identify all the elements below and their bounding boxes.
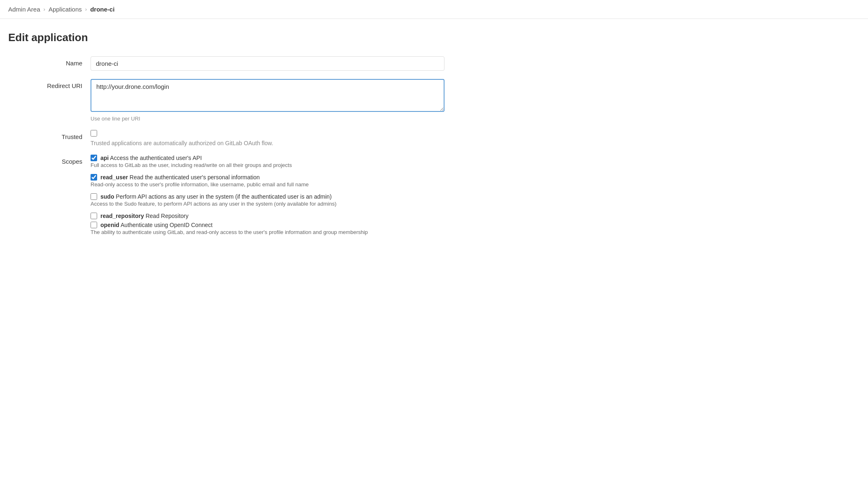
scope-label-sudo[interactable]: sudo Perform API actions as any user in … — [100, 193, 332, 200]
scope-label-row: openid Authenticate using OpenID Connect — [91, 222, 444, 228]
trusted-row: Trusted Trusted applications are automat… — [8, 130, 444, 146]
scope-description: Read Repository — [146, 213, 188, 219]
scope-name: read_repository — [100, 213, 144, 219]
redirect-uri-input[interactable]: http://your.drone.com/login — [91, 79, 444, 112]
scope-checkbox-read_user[interactable] — [91, 174, 97, 181]
scope-item: openid Authenticate using OpenID Connect… — [91, 222, 444, 239]
breadcrumb-admin-area[interactable]: Admin Area — [8, 6, 40, 13]
redirect-uri-row: Redirect URI http://your.drone.com/login… — [8, 79, 444, 122]
scope-name: read_user — [100, 174, 128, 181]
scope-name: sudo — [100, 193, 114, 200]
breadcrumb-separator-1: › — [44, 6, 45, 12]
scope-detail: Access to the Sudo feature, to perform A… — [91, 201, 444, 207]
name-row: Name — [8, 56, 444, 71]
scopes-row: Scopes api Access the authenticated user… — [8, 155, 444, 241]
scope-detail: Read-only access to the user's profile i… — [91, 181, 444, 188]
scope-label-row: sudo Perform API actions as any user in … — [91, 193, 444, 200]
scope-description: Authenticate using OpenID Connect — [121, 222, 212, 228]
scope-name: api — [100, 155, 109, 161]
name-input[interactable] — [91, 56, 444, 71]
edit-application-form: Name Redirect URI http://your.drone.com/… — [8, 56, 444, 249]
trusted-field: Trusted applications are automatically a… — [91, 130, 444, 146]
scope-label-openid[interactable]: openid Authenticate using OpenID Connect — [100, 222, 212, 228]
scope-description: Access the authenticated user's API — [110, 155, 202, 161]
breadcrumb: Admin Area › Applications › drone-ci — [0, 0, 868, 19]
scope-label-row: api Access the authenticated user's API — [91, 155, 444, 161]
scope-name: openid — [100, 222, 119, 228]
scope-label-api[interactable]: api Access the authenticated user's API — [100, 155, 202, 161]
trusted-label: Trusted — [8, 130, 91, 140]
scope-description: Perform API actions as any user in the s… — [116, 193, 331, 200]
scope-description: Read the authenticated user's personal i… — [130, 174, 260, 181]
name-label: Name — [8, 56, 91, 67]
scope-detail: The ability to authenticate using GitLab… — [91, 229, 444, 235]
scope-checkbox-openid[interactable] — [91, 222, 97, 228]
scope-checkbox-sudo[interactable] — [91, 193, 97, 200]
scope-item: api Access the authenticated user's APIF… — [91, 155, 444, 171]
scopes-container: api Access the authenticated user's APIF… — [91, 155, 444, 241]
scope-item: read_user Read the authenticated user's … — [91, 174, 444, 191]
scope-label-row: read_repository Read Repository — [91, 213, 444, 219]
scope-label-read_repository[interactable]: read_repository Read Repository — [100, 213, 188, 219]
scope-label-read_user[interactable]: read_user Read the authenticated user's … — [100, 174, 260, 181]
name-field — [91, 56, 444, 71]
scope-item: sudo Perform API actions as any user in … — [91, 193, 444, 210]
trusted-checkbox-row — [91, 130, 444, 137]
main-content: Edit application Name Redirect URI http:… — [0, 19, 453, 266]
scope-checkbox-read_repository[interactable] — [91, 213, 97, 219]
redirect-uri-label: Redirect URI — [8, 79, 91, 89]
trusted-checkbox[interactable] — [91, 130, 97, 137]
breadcrumb-separator-2: › — [85, 6, 87, 12]
scopes-label: Scopes — [8, 155, 91, 165]
scopes-field: api Access the authenticated user's APIF… — [91, 155, 444, 241]
scope-checkbox-api[interactable] — [91, 155, 97, 161]
breadcrumb-applications[interactable]: Applications — [49, 6, 82, 13]
trusted-description: Trusted applications are automatically a… — [91, 140, 444, 146]
redirect-uri-hint: Use one line per URI — [91, 116, 444, 122]
breadcrumb-current: drone-ci — [90, 6, 114, 13]
scope-item: read_repository Read Repository — [91, 213, 444, 219]
page-title: Edit application — [8, 31, 444, 44]
scope-detail: Full access to GitLab as the user, inclu… — [91, 162, 444, 168]
scope-label-row: read_user Read the authenticated user's … — [91, 174, 444, 181]
redirect-uri-field: http://your.drone.com/login Use one line… — [91, 79, 444, 122]
